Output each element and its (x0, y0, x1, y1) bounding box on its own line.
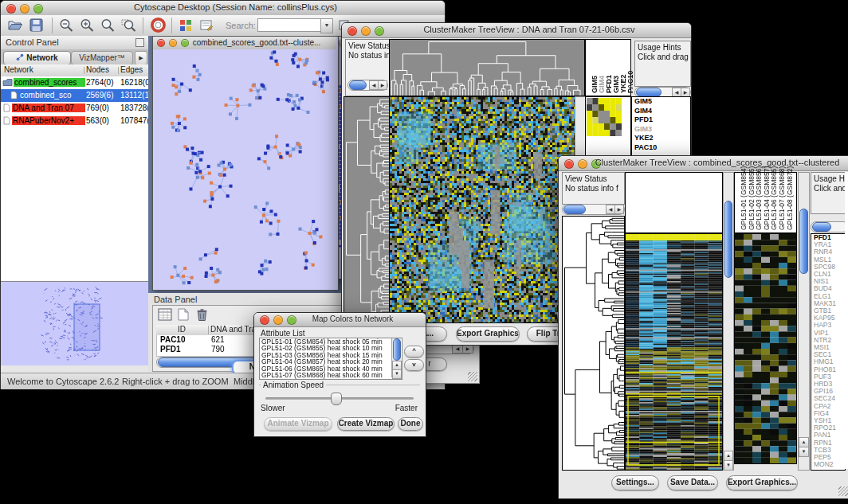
resize-grip[interactable] (838, 486, 848, 496)
network-row[interactable]: DNA and Tran 07769(0)183728(0) (1, 102, 148, 115)
create-vizmap-button[interactable]: Create Vizmap (337, 417, 395, 431)
gene-label[interactable]: PFD1 (632, 115, 690, 125)
tv2-genelist-vscroll-thumb[interactable] (799, 209, 808, 274)
attribute-list-item[interactable]: GPL51-07 (GSM868) heat shock 60 min (260, 372, 402, 378)
minimize-button[interactable] (273, 315, 283, 325)
tv2-hints-hscroll-thumb[interactable] (812, 222, 831, 232)
tv2-heatmap[interactable] (625, 233, 723, 471)
tv1-row-dendrogram[interactable] (344, 96, 390, 323)
dialog-titlebar[interactable]: Map Colors to Network (254, 313, 426, 327)
tv2-genelist-vscrollbar[interactable]: ▲ ▼ (798, 172, 810, 471)
scroll-down-icon[interactable]: ▼ (724, 460, 733, 471)
delete-attribute-icon[interactable] (196, 308, 208, 324)
zoom-in-icon[interactable] (80, 18, 95, 36)
attribute-list-vscrollbar[interactable]: ▲ ▼ (391, 338, 401, 377)
column-label: GPL51-06 (GSM865) (770, 174, 778, 230)
col-network[interactable]: Network (4, 65, 82, 74)
zoom-fit-icon[interactable] (100, 18, 116, 36)
tab-vizmapper[interactable]: VizMapper™ (71, 51, 133, 65)
scroll-down-icon[interactable]: ▼ (799, 447, 809, 457)
network-view-window-1[interactable]: combined_scores_good.txt--cluste... (152, 36, 339, 291)
network-canvas-1[interactable] (153, 49, 336, 288)
tv2-save-data-button[interactable]: Save Data... (667, 475, 718, 490)
gene-label[interactable]: YKE2 (632, 134, 690, 143)
birdseye-view[interactable] (1, 281, 148, 366)
close-button[interactable] (347, 26, 357, 36)
network-row[interactable]: combined_sco2569(6)13112(15) (1, 89, 148, 102)
tv1-status-hscrollbar[interactable]: ◀ ▶ (347, 80, 388, 91)
animate-vizmap-button[interactable]: Animate Vizmap (264, 417, 332, 431)
network-name[interactable]: DNA and Tran 07 (12, 104, 85, 112)
network-row[interactable]: combined_scores2764(0)16218(0) (1, 76, 148, 89)
tv2-heatmap-vscrollbar[interactable]: ▲ ▼ (723, 172, 734, 471)
network-name[interactable]: combined_sco (19, 91, 85, 100)
col-nodes[interactable]: Nodes (86, 65, 118, 74)
minimize-button[interactable] (20, 4, 29, 14)
scroll-right-icon[interactable]: ▶ (378, 80, 387, 90)
table-icon[interactable] (158, 308, 172, 324)
network-nodes: 2764(0) (86, 78, 113, 87)
map-colors-dialog: Map Colors to Network Attribute List GPL… (253, 312, 426, 437)
network-name[interactable]: combined_scores (14, 78, 85, 87)
gene-label[interactable]: GIM5 (632, 97, 690, 107)
minimize-button[interactable] (578, 159, 587, 169)
attribute-list-vscroll-thumb[interactable] (393, 338, 401, 361)
open-file-icon[interactable] (7, 18, 23, 35)
animation-slider-thumb[interactable] (331, 393, 342, 405)
tv1-column-dendrogram[interactable] (389, 39, 585, 96)
tv2-vscroll-thumb[interactable] (724, 201, 732, 278)
inner-titlebar-1[interactable]: combined_scores_good.txt--cluste... (153, 37, 336, 50)
search-combo-arrow-icon[interactable]: ▼ (320, 18, 333, 33)
resize-grip[interactable] (468, 372, 477, 381)
close-button[interactable] (564, 159, 574, 169)
tab-network[interactable]: Network (3, 51, 71, 65)
doc-icon (10, 91, 18, 101)
tv2-zoom-heatmap[interactable] (734, 233, 797, 464)
help-icon[interactable] (151, 18, 166, 36)
tv1-status-hscroll-thumb[interactable] (349, 80, 367, 90)
zoom-out-icon[interactable] (59, 18, 74, 36)
close-button[interactable] (260, 315, 269, 325)
search-input[interactable] (257, 18, 321, 32)
cytoscape-titlebar[interactable]: Cytoscape Desktop (Session Name: collins… (1, 1, 445, 16)
tv2-row-dendrogram[interactable] (562, 216, 625, 471)
scroll-right-icon[interactable]: ▶ (614, 205, 624, 214)
tv2-settings-button[interactable]: Settings... (611, 475, 659, 490)
tv2-column-labels-panel: GPL51-01 (GSM854)GPL51-02 (GSM855)GPL51-… (734, 172, 797, 233)
datatable-col-id[interactable]: ID (156, 325, 207, 334)
data-panel-title: Data Panel (154, 295, 197, 304)
gene-label[interactable]: PAC10 (632, 143, 690, 153)
minimize-button[interactable] (361, 26, 371, 36)
gene-label[interactable]: MON2 (811, 461, 845, 468)
treeview1-titlebar[interactable]: ClusterMaker TreeView : DNA and Tran 07-… (342, 23, 691, 38)
control-panel-tabbar: Network VizMapper™ ▶ (1, 49, 148, 65)
float-panel-icon[interactable] (135, 38, 144, 47)
annotation-icon[interactable] (200, 19, 214, 35)
tv1-heatmap[interactable] (389, 96, 575, 323)
zoom-selected-icon[interactable] (121, 18, 136, 36)
vizmapper-icon[interactable] (179, 19, 192, 35)
tv2-status-hscroll-thumb[interactable] (563, 205, 586, 214)
gene-label[interactable]: GIM4 (632, 107, 690, 116)
tv2-export-graphics-button[interactable]: Export Graphics... (726, 475, 798, 490)
tv1-correlation-matrix[interactable] (587, 98, 622, 136)
save-icon[interactable] (29, 18, 43, 35)
scroll-down-icon[interactable]: ▼ (392, 369, 402, 379)
done-button[interactable]: Done (398, 417, 423, 431)
new-attribute-icon[interactable] (178, 308, 189, 324)
move-up-button[interactable]: ^ (404, 346, 424, 357)
gene-label[interactable]: GIM3 (632, 125, 690, 135)
tv1-export-graphics-button[interactable]: Export Graphics... (456, 326, 520, 342)
close-button[interactable] (6, 4, 16, 14)
network-name[interactable]: RNAPuberNov2+ (12, 116, 85, 125)
attribute-listbox[interactable]: GPL51-01 (GSM854) heat shock 05 minGPL51… (259, 338, 402, 380)
tv2-hints-hscrollbar[interactable] (811, 221, 848, 232)
network-row[interactable]: RNAPuberNov2+563(0)107847(0) (1, 115, 148, 127)
tv2-status-hscrollbar[interactable]: ◀ ▶ (562, 204, 625, 215)
move-down-button[interactable]: v (404, 359, 424, 371)
network-list-empty-area (1, 127, 148, 281)
status-welcome: Welcome to Cytoscape 2.6.2 (7, 377, 119, 386)
col-edges[interactable]: Edges (120, 65, 147, 74)
treeview2-titlebar[interactable]: ClusterMaker TreeView : combined_scores_… (559, 156, 848, 171)
tab-overflow-button[interactable]: ▶ (135, 51, 147, 65)
